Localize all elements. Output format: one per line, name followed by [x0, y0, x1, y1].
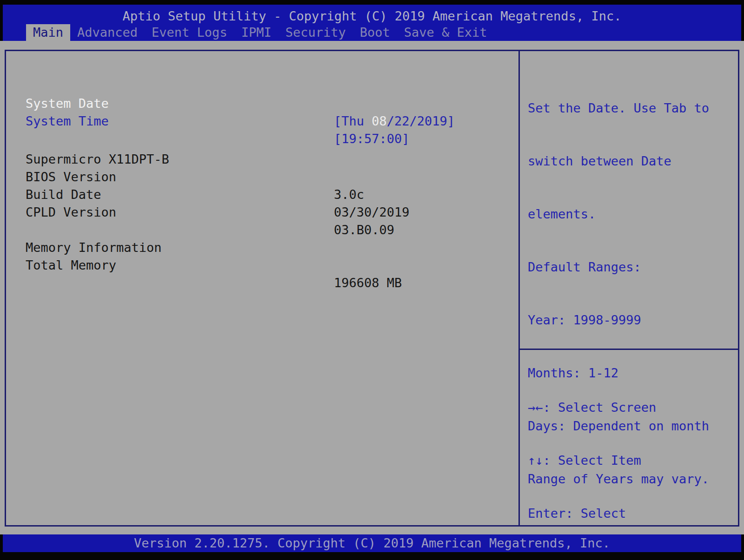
row-system-time[interactable]: System Time [19:57:00]	[6, 95, 518, 112]
system-date-open: [Thu	[334, 114, 372, 128]
tab-save-exit[interactable]: Save & Exit	[397, 24, 494, 41]
help-line: elements.	[528, 205, 734, 223]
help-line: Year: 1998-9999	[528, 311, 734, 329]
content-frame: System Date [Thu 08/22/2019] System Time…	[5, 50, 739, 527]
settings-pane: System Date [Thu 08/22/2019] System Time…	[6, 51, 518, 525]
tab-boot[interactable]: Boot	[353, 24, 397, 41]
system-date-close: /22/2019]	[387, 114, 455, 128]
tab-security[interactable]: Security	[279, 24, 353, 41]
row-total-memory: Total Memory 196608 MB	[6, 239, 518, 257]
total-memory-value: 196608 MB	[334, 274, 402, 292]
app-title: Aptio Setup Utility - Copyright (C) 2019…	[3, 9, 741, 23]
system-time-label: System Time	[26, 112, 109, 130]
row-cpld-version: CPLD Version 03.B0.09	[6, 186, 518, 204]
help-divider	[520, 349, 738, 350]
hotkey-legend: →←: Select Screen ↑↓: Select Item Enter:…	[528, 363, 694, 560]
bios-screen: Aptio Setup Utility - Copyright (C) 2019…	[0, 0, 744, 560]
row-system-date[interactable]: System Date [Thu 08/22/2019]	[6, 77, 518, 95]
build-date-value: 03/30/2019	[334, 204, 410, 221]
tab-advanced[interactable]: Advanced	[70, 24, 145, 41]
row-build-date: Build Date 03/30/2019	[6, 168, 518, 186]
system-date-value[interactable]: [Thu 08/22/2019]	[334, 112, 455, 130]
tab-event-logs[interactable]: Event Logs	[145, 24, 234, 41]
help-pane: Set the Date. Use Tab to switch between …	[520, 51, 738, 525]
tab-main[interactable]: Main	[26, 24, 70, 41]
tab-ipmi[interactable]: IPMI	[234, 24, 279, 41]
total-memory-label: Total Memory	[26, 257, 116, 274]
footer-bar: Version 2.20.1275. Copyright (C) 2019 Am…	[3, 534, 741, 552]
hotkey-select-screen: →←: Select Screen	[528, 399, 694, 416]
hotkey-select-item: ↑↓: Select Item	[528, 452, 694, 469]
system-date-selected-field[interactable]: 08	[372, 114, 387, 128]
help-line: switch between Date	[528, 152, 734, 170]
hotkey-enter-select: Enter: Select	[528, 505, 694, 522]
help-line: Default Ranges:	[528, 258, 734, 276]
menu-tabs: Main Advanced Event Logs IPMI Security B…	[26, 24, 494, 41]
hotkey-change-opt: +/-: Change Opt.	[528, 558, 694, 560]
row-board-model: Supermicro X11DPT-B	[6, 133, 518, 151]
footer-version-text: Version 2.20.1275. Copyright (C) 2019 Am…	[3, 534, 741, 552]
row-memory-heading: Memory Information	[6, 221, 518, 239]
row-bios-version: BIOS Version 3.0c	[6, 151, 518, 168]
cpld-version-label: CPLD Version	[26, 204, 116, 221]
header-bar: Aptio Setup Utility - Copyright (C) 2019…	[3, 5, 741, 41]
help-line: Set the Date. Use Tab to	[528, 99, 734, 117]
